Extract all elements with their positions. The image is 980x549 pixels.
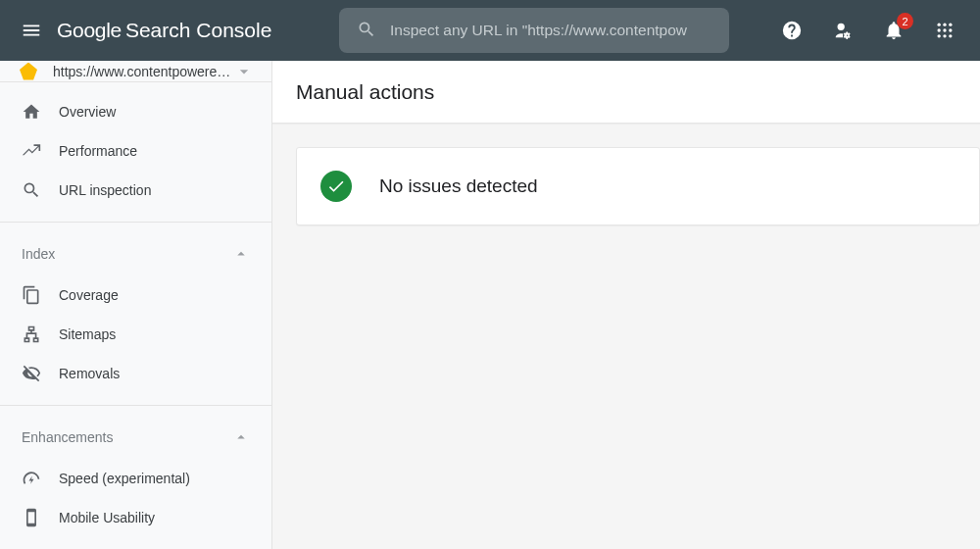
apps-grid-icon [935,21,955,40]
chevron-up-icon [232,428,250,446]
sidebar-item-label: Overview [59,104,116,120]
sidebar-item-removals[interactable]: Removals [0,354,271,393]
main-content: Manual actions No issues detected [272,61,980,549]
property-selector[interactable]: https://www.contentpowered… [0,61,271,82]
notifications-button[interactable]: 2 [882,19,906,42]
hamburger-icon [21,20,42,41]
logo-google-text: Google [57,19,122,42]
property-label: https://www.contentpowered… [53,64,234,79]
phone-icon [22,508,41,527]
nav-section-index[interactable]: Index [0,232,271,275]
speed-icon [22,469,41,488]
sidebar-item-overview[interactable]: Overview [0,92,271,131]
sidebar-item-label: URL inspection [59,182,151,198]
svg-point-7 [943,34,946,37]
nav-block-index: Index Coverage Sitemaps Removals [0,223,271,406]
sidebar-item-label: Mobile Usability [59,510,155,525]
svg-point-3 [938,28,941,31]
svg-point-1 [943,24,946,26]
copy-icon [22,285,41,305]
person-gear-icon [832,20,854,41]
sidebar: https://www.contentpowered… Overview Per… [0,61,272,549]
caret-down-icon [234,62,254,81]
svg-point-2 [949,24,952,26]
nav-block-main: Overview Performance URL inspection [0,82,271,223]
notification-badge: 2 [897,13,913,29]
check-icon [326,176,346,196]
nav-block-enhancements: Enhancements Speed (experimental) Mobile… [0,406,271,549]
svg-point-6 [938,34,941,37]
sidebar-item-mobile-usability[interactable]: Mobile Usability [0,498,271,537]
sitemap-icon [22,324,41,344]
svg-point-5 [949,28,952,31]
nav-section-title: Index [22,246,55,262]
page-title: Manual actions [296,80,434,104]
search-input[interactable] [390,22,711,39]
sidebar-item-label: Performance [59,143,137,159]
sidebar-item-label: Coverage [59,287,119,303]
content-area: No issues detected [272,124,980,225]
chevron-up-icon [232,245,250,263]
svg-point-8 [949,34,952,37]
trend-icon [22,141,41,161]
sidebar-item-label: Speed (experimental) [59,471,190,486]
nav-section-title: Enhancements [22,429,113,445]
menu-button[interactable] [20,19,43,42]
svg-point-0 [938,24,941,26]
layout: https://www.contentpowered… Overview Per… [0,61,980,549]
status-ok-icon [320,171,352,202]
header-actions: 2 [780,19,964,42]
help-icon [781,20,803,41]
search-icon [357,20,376,41]
users-button[interactable] [831,19,855,42]
app-header: Google Search Console 2 [0,0,980,61]
status-card: No issues detected [296,147,980,225]
search-icon [22,180,41,200]
sidebar-item-performance[interactable]: Performance [0,131,271,171]
visibility-off-icon [22,364,41,383]
home-icon [22,102,41,122]
sidebar-item-label: Sitemaps [59,326,116,342]
status-message: No issues detected [379,175,538,197]
product-logo: Google Search Console [57,19,271,42]
sidebar-item-sitemaps[interactable]: Sitemaps [0,315,271,354]
page-title-bar: Manual actions [272,61,980,124]
nav-section-enhancements[interactable]: Enhancements [0,416,271,459]
apps-button[interactable] [933,19,956,42]
logo-search-console-text: Search Console [125,19,271,42]
sidebar-item-url-inspection[interactable]: URL inspection [0,171,271,210]
url-inspect-search[interactable] [339,8,729,53]
sidebar-item-label: Removals [59,366,120,381]
help-button[interactable] [780,19,804,42]
property-icon [20,63,37,80]
sidebar-item-speed[interactable]: Speed (experimental) [0,459,271,498]
svg-point-4 [943,28,946,31]
sidebar-item-coverage[interactable]: Coverage [0,275,271,315]
